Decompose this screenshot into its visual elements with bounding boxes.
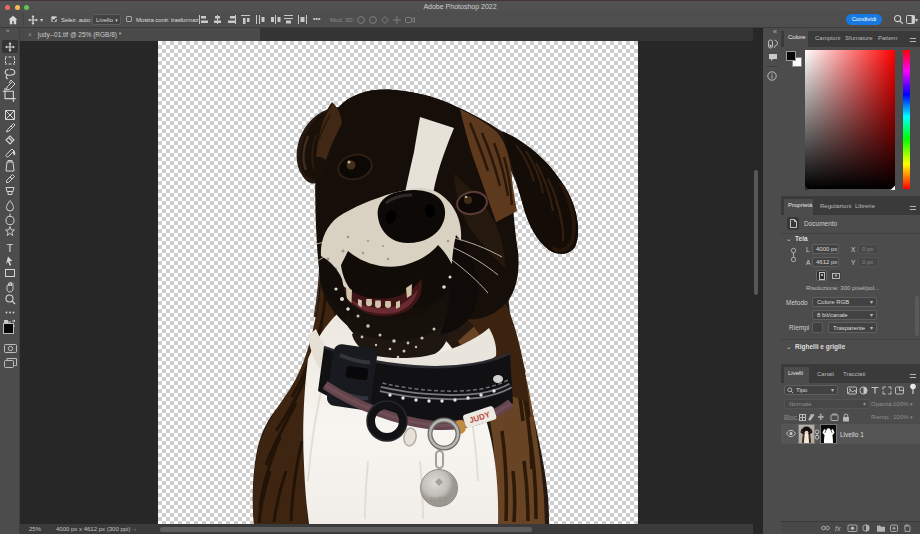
svg-text:T: T bbox=[7, 242, 14, 254]
svg-text:fx: fx bbox=[835, 525, 841, 532]
svg-text:JUDY: JUDY bbox=[430, 496, 448, 502]
